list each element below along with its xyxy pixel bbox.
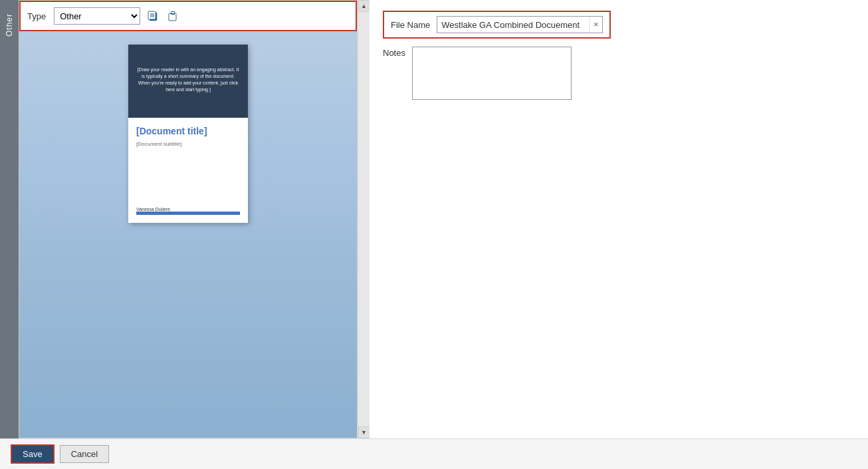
type-label: Type — [27, 11, 46, 21]
cancel-button[interactable]: Cancel — [60, 445, 109, 463]
notes-textarea[interactable] — [412, 47, 572, 100]
save-button[interactable]: Save — [11, 444, 54, 464]
notes-row: Notes — [383, 47, 855, 100]
side-tab-label: Other — [5, 13, 14, 37]
doc-header: [Draw your reader in with an engaging ab… — [128, 45, 248, 118]
file-name-label: File Name — [391, 20, 430, 30]
doc-title: [Document title] — [136, 126, 240, 137]
document-preview: [Draw your reader in with an engaging ab… — [128, 45, 248, 223]
file-name-row: File Name Westlake GA Combined Docuement… — [383, 11, 611, 39]
type-select[interactable]: Other Contract Invoice Report Letter — [54, 7, 140, 25]
right-panel: File Name Westlake GA Combined Docuement… — [370, 0, 868, 438]
side-tab: Other — [0, 0, 19, 438]
bottom-bar: Save Cancel — [0, 438, 868, 469]
doc-subtitle: [Document subtitle] — [136, 141, 240, 147]
scrollbar[interactable]: ▲ ▼ — [358, 0, 370, 438]
scroll-up-btn[interactable]: ▲ — [358, 0, 370, 12]
scroll-track[interactable] — [358, 12, 370, 426]
toolbar: Type Other Contract Invoice Report Lette… — [19, 1, 357, 31]
file-name-value: Westlake GA Combined Docuement — [437, 20, 589, 30]
doc-body: [Document title] [Document subtitle] Van… — [128, 118, 248, 223]
notes-label: Notes — [383, 47, 405, 58]
clear-filename-button[interactable]: × — [589, 17, 602, 33]
paste-icon[interactable] — [165, 9, 180, 23]
file-name-field[interactable]: Westlake GA Combined Docuement × — [437, 16, 603, 33]
copy-icon[interactable] — [146, 9, 160, 23]
doc-footer-bar — [136, 212, 240, 215]
main-container: Other Type Other Contract Invoice Report… — [0, 0, 868, 438]
left-panel: Type Other Contract Invoice Report Lette… — [19, 0, 358, 438]
preview-area: [Draw your reader in with an engaging ab… — [19, 31, 357, 438]
doc-abstract: [Draw your reader in with an engaging ab… — [136, 67, 240, 92]
scroll-down-btn[interactable]: ▼ — [358, 426, 370, 438]
svg-rect-7 — [171, 12, 174, 13]
doc-author: Vanessa Duliere — [136, 207, 240, 212]
